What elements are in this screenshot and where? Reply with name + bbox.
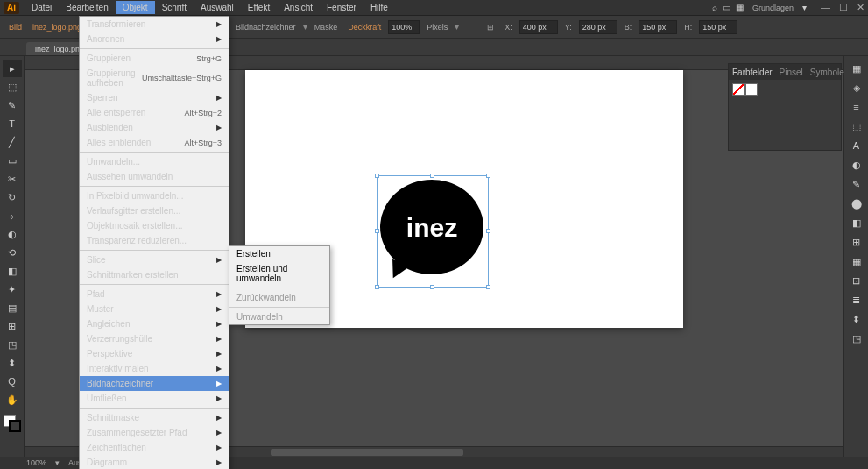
tool-button[interactable]: ✋ [3, 391, 22, 409]
resize-handle[interactable] [430, 174, 434, 178]
menu-item[interactable]: Bildnachzeichner▶ [80, 376, 229, 391]
tool-button[interactable]: ⟲ [3, 244, 22, 261]
menu-item[interactable]: Transformieren▶ [80, 17, 229, 32]
menu-item[interactable]: Zeichenflächen▶ [80, 440, 229, 455]
menu-datei[interactable]: Datei [25, 1, 59, 14]
menu-item[interactable]: Schnittmarken erstellen [80, 267, 229, 282]
tool-button[interactable]: ╱ [3, 133, 22, 151]
tool-button[interactable]: ✦ [3, 281, 22, 298]
panel-icon[interactable]: ◈ [847, 79, 866, 96]
resize-handle[interactable] [375, 229, 379, 233]
menu-item[interactable]: Anordnen▶ [80, 32, 229, 46]
menu-ansicht[interactable]: Ansicht [277, 1, 320, 14]
tool-button[interactable]: ⬨ [3, 207, 22, 224]
tool-button[interactable]: ▭ [3, 152, 22, 169]
tool-button[interactable]: Q [3, 373, 22, 390]
tool-button[interactable]: ▤ [3, 299, 22, 316]
panel-icon[interactable]: ▦ [847, 60, 866, 77]
zoom-level[interactable]: 100% [26, 458, 46, 467]
menu-item[interactable]: Transparenz reduzieren... [80, 233, 229, 248]
menu-item[interactable]: Angleichen▶ [80, 316, 229, 331]
tool-button[interactable]: ✂ [3, 170, 22, 188]
swatch[interactable] [745, 83, 758, 96]
menu-effekt[interactable]: Effekt [241, 1, 277, 14]
x-input[interactable] [519, 20, 558, 34]
panel-icon[interactable]: ◳ [847, 330, 866, 347]
resize-handle[interactable] [430, 285, 434, 289]
panel-tab-brushes[interactable]: Pinsel [780, 68, 803, 77]
panel-icon[interactable]: ✎ [847, 175, 866, 193]
panel-icon[interactable]: ◐ [847, 156, 866, 174]
menu-item[interactable]: In Pixelbild umwandeln... [80, 188, 229, 203]
tool-button[interactable]: ◧ [3, 262, 22, 280]
workspace-switcher[interactable]: Grundlagen [749, 4, 797, 12]
panel-icon[interactable]: ⬤ [847, 195, 866, 212]
menu-bearbeiten[interactable]: Bearbeiten [59, 1, 115, 14]
resize-handle[interactable] [486, 229, 490, 233]
menu-item[interactable]: Muster▶ [80, 302, 229, 316]
panel-icon[interactable]: ▦ [847, 252, 866, 270]
opacity-input[interactable] [388, 20, 420, 34]
panel-tab-swatches[interactable]: Farbfelder [732, 68, 773, 77]
menu-hilfe[interactable]: Hilfe [363, 1, 395, 14]
menu-item[interactable]: Schnittmaske▶ [80, 410, 229, 425]
panel-icon[interactable]: ⊡ [847, 272, 866, 289]
swatches-panel[interactable]: Farbfelder Pinsel Symbole [728, 63, 842, 151]
h-input[interactable] [699, 20, 737, 34]
search-icon[interactable]: ⌕ [712, 3, 717, 12]
ppi-dropdown[interactable]: Pixels [423, 23, 451, 32]
submenu-item[interactable]: Erstellen und umwandeln [229, 261, 329, 286]
arrange-icon[interactable]: ▦ [736, 3, 744, 12]
tool-button[interactable]: ◳ [3, 336, 22, 353]
layout-icon[interactable]: ▭ [723, 3, 730, 12]
menu-item[interactable]: Slice▶ [80, 252, 229, 267]
tool-button[interactable]: T [3, 115, 22, 132]
menu-item[interactable]: Objektmosaik erstellen... [80, 218, 229, 233]
panel-icon[interactable]: ≡ [847, 98, 866, 116]
menu-auswahl[interactable]: Auswahl [194, 1, 241, 14]
tool-button[interactable]: ✎ [3, 96, 22, 114]
tool-button[interactable]: ⬍ [3, 354, 22, 372]
menu-item[interactable]: Perspektive▶ [80, 346, 229, 361]
close-button[interactable]: ✕ [857, 2, 864, 13]
menu-item[interactable]: Ausblenden▶ [80, 120, 229, 135]
minimize-button[interactable]: — [821, 2, 830, 13]
scrollbar-thumb[interactable] [271, 449, 463, 456]
menu-item[interactable]: Verzerrungshülle▶ [80, 331, 229, 346]
panel-icon[interactable]: A [847, 137, 866, 154]
fill-stroke[interactable] [4, 415, 21, 432]
panel-tab-symbols[interactable]: Symbole [810, 68, 844, 77]
menu-item[interactable]: Pfad▶ [80, 287, 229, 302]
resize-handle[interactable] [486, 174, 490, 178]
panel-icon[interactable]: ⊞ [847, 233, 866, 251]
mask-button[interactable]: Maske [311, 23, 342, 32]
tool-button[interactable]: ↻ [3, 188, 22, 206]
menu-objekt[interactable]: Objekt [116, 1, 155, 14]
panel-icon[interactable]: ⬚ [847, 117, 866, 135]
w-input[interactable] [639, 20, 677, 34]
maximize-button[interactable]: ☐ [839, 2, 848, 13]
menu-item[interactable]: Verlaufsgitter erstellen... [80, 203, 229, 218]
resize-handle[interactable] [375, 285, 379, 289]
image-trace-dropdown[interactable]: Bildnachzeichner [232, 23, 300, 32]
menu-item[interactable]: Sperren▶ [80, 90, 229, 105]
menu-fenster[interactable]: Fenster [320, 1, 363, 14]
tool-button[interactable]: ⬚ [3, 78, 22, 96]
resize-handle[interactable] [375, 174, 379, 178]
swatch-none[interactable] [732, 83, 745, 96]
menu-item[interactable]: Interaktiv malen▶ [80, 361, 229, 376]
linked-file[interactable]: inez_logo.png [29, 23, 85, 32]
tool-button[interactable]: ⊞ [3, 317, 22, 335]
menu-item[interactable]: GruppierenStrg+G [80, 51, 229, 66]
y-input[interactable] [579, 20, 617, 34]
panel-icon[interactable]: ◧ [847, 214, 866, 231]
menu-item[interactable]: Umfließen▶ [80, 391, 229, 406]
menu-item[interactable]: Diagramm▶ [80, 455, 229, 469]
tool-button[interactable]: ◐ [3, 225, 22, 243]
resize-handle[interactable] [486, 285, 490, 289]
panel-icon[interactable]: ≣ [847, 291, 866, 309]
panel-icon[interactable]: ⬍ [847, 310, 866, 328]
submenu-item[interactable]: Erstellen [229, 246, 329, 261]
menu-schrift[interactable]: Schrift [155, 1, 194, 14]
tool-button[interactable]: ▸ [3, 60, 22, 77]
